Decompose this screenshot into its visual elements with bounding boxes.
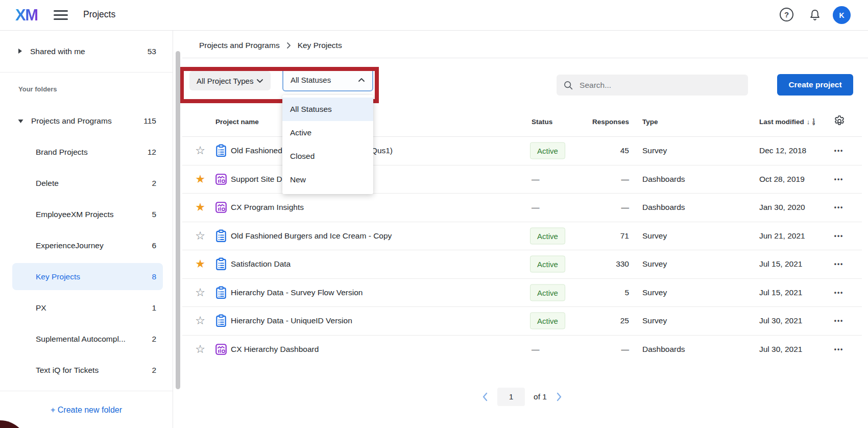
user-avatar[interactable]: K: [833, 6, 851, 24]
folder-label: Suplemental Autocompl...: [36, 335, 126, 344]
status-menu-item[interactable]: All Statuses: [282, 98, 373, 121]
notifications-bell-icon[interactable]: [808, 8, 822, 24]
project-name-link[interactable]: Old Fashioned Burgers and Ice Cream - Co…: [231, 231, 392, 241]
favorite-star[interactable]: ☆: [193, 144, 207, 157]
status-filter-dropdown[interactable]: All Statuses: [282, 68, 373, 91]
plus-icon: +: [51, 406, 55, 414]
favorite-star[interactable]: ☆: [193, 229, 207, 243]
folder-label: Key Projects: [36, 272, 80, 281]
sidebar-folder-item[interactable]: Delete 2: [0, 168, 173, 199]
project-type-icon: [214, 343, 228, 356]
chevron-up-icon: [358, 78, 365, 82]
create-new-folder-button[interactable]: + Create new folder: [0, 402, 173, 418]
status-badge: Active: [530, 256, 565, 273]
page-count-label: of 1: [534, 392, 547, 401]
breadcrumb: Projects and Programs Key Projects: [199, 41, 342, 50]
status-menu-item[interactable]: New: [282, 168, 373, 192]
favorite-star[interactable]: ★: [193, 201, 207, 214]
create-project-button[interactable]: Create project: [777, 74, 853, 96]
next-page-icon[interactable]: [556, 392, 563, 402]
last-modified-date: Jun 21, 2021: [759, 231, 805, 241]
sidebar-folder-item[interactable]: PX 1: [0, 292, 173, 323]
project-type: Dashboards: [642, 345, 685, 354]
breadcrumb-key-projects[interactable]: Key Projects: [298, 41, 342, 50]
project-name-link[interactable]: Hierarchy Data - UniqueID Version: [231, 316, 352, 325]
folder-count: 2: [152, 179, 156, 188]
table-row: ☆ Old Fashioned Burgers and Ice Cream - …: [182, 222, 862, 251]
sidebar-folder-item[interactable]: ExperienceJourney 6: [0, 230, 173, 261]
project-type: Survey: [642, 288, 667, 297]
top-bar: XM Projects ? K: [0, 0, 868, 31]
table-settings-gear-icon[interactable]: [833, 115, 846, 129]
shared-with-me-label: Shared with me: [30, 47, 85, 56]
favorite-star[interactable]: ☆: [193, 286, 207, 299]
project-type-icon: [214, 286, 228, 299]
header-last-modified-sort[interactable]: Last modified ↓ 19: [759, 118, 815, 126]
project-name-link[interactable]: CX Program Insights: [231, 203, 304, 212]
project-type: Survey: [642, 316, 667, 325]
row-actions-button[interactable]: •••: [830, 260, 848, 268]
responses-count: 330: [566, 259, 629, 269]
sidebar-folder-item[interactable]: Key Projects 8: [0, 261, 173, 292]
header-responses: Responses: [566, 118, 629, 126]
project-type: Survey: [642, 259, 667, 269]
chevron-expanded-icon: [17, 118, 24, 124]
row-actions-button[interactable]: •••: [830, 346, 848, 353]
hamburger-menu-icon[interactable]: [54, 10, 68, 20]
sidebar-folder-item[interactable]: EmployeeXM Projects 5: [0, 199, 173, 230]
sidebar-scrollbar[interactable]: [176, 51, 180, 389]
project-type-filter-dropdown[interactable]: All Project Types: [189, 71, 271, 90]
folder-list: Projects and Programs 115 Brand Projects…: [0, 105, 173, 386]
row-actions-button[interactable]: •••: [830, 289, 848, 296]
status-badge: —: [530, 175, 540, 184]
your-folders-label: Your folders: [18, 85, 57, 93]
project-name-link[interactable]: Satisfaction Data: [231, 259, 291, 269]
row-actions-button[interactable]: •••: [830, 176, 848, 183]
row-actions-button[interactable]: •••: [830, 204, 848, 211]
help-icon[interactable]: ?: [780, 8, 793, 21]
favorite-star[interactable]: ★: [193, 173, 207, 186]
favorite-star[interactable]: ☆: [193, 314, 207, 327]
table-row: ☆ Hierarchy Data - UniqueID Version Acti…: [182, 307, 862, 336]
sidebar-folder-item[interactable]: Text iQ for Tickets 2: [0, 354, 173, 386]
current-page-input[interactable]: 1: [497, 388, 525, 406]
project-type-icon: [214, 257, 228, 271]
project-name-link[interactable]: CX Hierarchy Dashboard: [231, 345, 319, 354]
sidebar-item-shared-with-me[interactable]: Shared with me 53: [0, 31, 173, 73]
favorite-star[interactable]: ☆: [193, 343, 207, 356]
folder-count: 1: [152, 303, 156, 313]
xm-logo[interactable]: XM: [15, 6, 38, 25]
search-input[interactable]: [578, 80, 741, 90]
project-name-link[interactable]: Hierarchy Data - Survey Flow Version: [231, 288, 363, 297]
project-type-icon: [214, 229, 228, 243]
status-badge: Active: [530, 142, 565, 159]
breadcrumb-divider: [182, 58, 868, 58]
header-type: Type: [642, 118, 658, 126]
sidebar-folder-item[interactable]: Brand Projects 12: [0, 136, 173, 168]
search-icon: [563, 80, 573, 91]
last-modified-date: Oct 28, 2019: [759, 175, 805, 184]
row-actions-button[interactable]: •••: [830, 147, 848, 154]
status-menu-item[interactable]: Active: [282, 121, 373, 145]
chevron-right-icon: [17, 47, 22, 56]
status-dropdown-menu: All Statuses Active Closed New: [282, 95, 373, 194]
last-modified-date: Jul 30, 2021: [759, 345, 802, 354]
status-badge: —: [530, 203, 540, 212]
folder-count: 6: [152, 241, 156, 250]
pagination: 1 of 1: [182, 388, 862, 406]
status-badge: Active: [530, 313, 565, 329]
favorite-star[interactable]: ★: [193, 257, 207, 271]
sidebar-folder-item[interactable]: Suplemental Autocompl... 2: [0, 323, 173, 354]
folder-count: 2: [152, 366, 156, 375]
breadcrumb-projects-and-programs[interactable]: Projects and Programs: [199, 41, 280, 50]
status-menu-item[interactable]: Closed: [282, 145, 373, 168]
last-modified-date: Jul 15, 2021: [759, 288, 802, 297]
previous-page-icon[interactable]: [481, 392, 489, 402]
row-actions-button[interactable]: •••: [830, 232, 848, 240]
header-project-name: Project name: [215, 118, 259, 126]
row-actions-button[interactable]: •••: [830, 317, 848, 324]
project-type-icon: [214, 144, 228, 157]
sidebar-folder-item[interactable]: Projects and Programs 115: [0, 105, 173, 136]
responses-count: 45: [566, 146, 629, 155]
folder-count: 5: [152, 210, 156, 219]
